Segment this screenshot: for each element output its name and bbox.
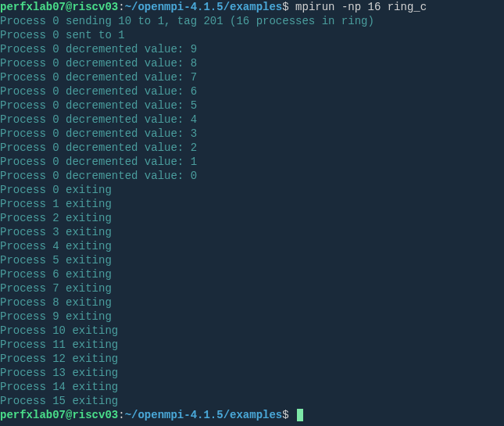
command-text: mpirun -np 16 ring_c xyxy=(289,1,427,13)
output-line: Process 0 decremented value: 5 xyxy=(0,98,504,113)
output-line: Process 0 decremented value: 6 xyxy=(0,84,504,98)
output-line: Process 0 decremented value: 4 xyxy=(0,113,504,127)
command-input[interactable] xyxy=(289,409,295,421)
working-directory: ~/openmpi-4.1.5/examples xyxy=(125,1,283,13)
cursor-icon xyxy=(297,409,303,421)
working-directory: ~/openmpi-4.1.5/examples xyxy=(125,409,283,421)
output-line: Process 8 exiting xyxy=(0,295,504,310)
terminal[interactable]: perfxlab07@riscv03:~/openmpi-4.1.5/examp… xyxy=(0,0,504,422)
output-line: Process 0 sent to 1 xyxy=(0,28,504,42)
prompt-line-2: perfxlab07@riscv03:~/openmpi-4.1.5/examp… xyxy=(0,408,504,422)
output-line: Process 15 exiting xyxy=(0,394,504,408)
output-line: Process 3 exiting xyxy=(0,225,504,239)
output-line: Process 5 exiting xyxy=(0,253,504,267)
output-line: Process 0 decremented value: 8 xyxy=(0,56,504,70)
output-line: Process 10 exiting xyxy=(0,324,504,338)
output-line: Process 14 exiting xyxy=(0,380,504,394)
output-line: Process 0 decremented value: 9 xyxy=(0,42,504,56)
user-host: perfxlab07@riscv03 xyxy=(0,409,118,421)
output-line: Process 2 exiting xyxy=(0,211,504,225)
output-line: Process 0 decremented value: 1 xyxy=(0,155,504,169)
user-host: perfxlab07@riscv03 xyxy=(0,1,118,13)
output-block: Process 0 sending 10 to 1, tag 201 (16 p… xyxy=(0,14,504,408)
output-line: Process 12 exiting xyxy=(0,352,504,366)
output-line: Process 11 exiting xyxy=(0,338,504,352)
output-line: Process 0 decremented value: 3 xyxy=(0,127,504,141)
output-line: Process 13 exiting xyxy=(0,366,504,380)
output-line: Process 0 decremented value: 0 xyxy=(0,169,504,183)
prompt-line-1: perfxlab07@riscv03:~/openmpi-4.1.5/examp… xyxy=(0,0,504,14)
output-line: Process 0 decremented value: 2 xyxy=(0,141,504,155)
output-line: Process 0 exiting xyxy=(0,183,504,197)
output-line: Process 6 exiting xyxy=(0,267,504,281)
prompt-symbol: $ xyxy=(282,409,288,421)
prompt-symbol: $ xyxy=(282,1,288,13)
output-line: Process 0 sending 10 to 1, tag 201 (16 p… xyxy=(0,14,504,28)
separator-colon: : xyxy=(118,1,124,13)
output-line: Process 7 exiting xyxy=(0,281,504,295)
output-line: Process 9 exiting xyxy=(0,310,504,324)
output-line: Process 1 exiting xyxy=(0,197,504,211)
separator-colon: : xyxy=(118,409,124,421)
output-line: Process 4 exiting xyxy=(0,239,504,253)
output-line: Process 0 decremented value: 7 xyxy=(0,70,504,84)
